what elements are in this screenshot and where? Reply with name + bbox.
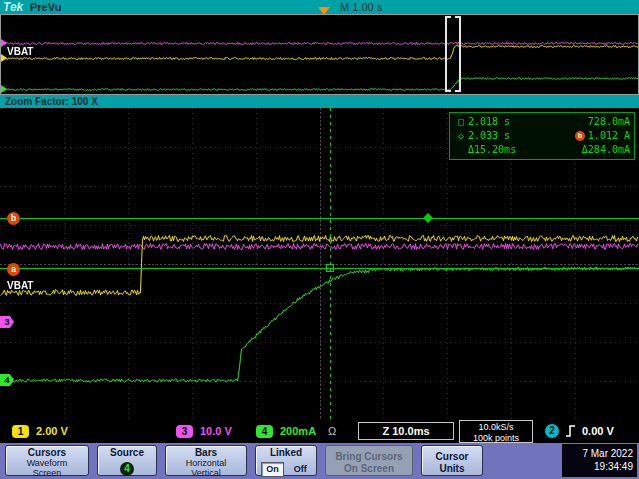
cursor-b-time: 2.033 s xyxy=(468,129,528,143)
cursor-units-button[interactable]: Cursor Units xyxy=(421,445,483,476)
trigger-slope-icon xyxy=(564,424,577,438)
cursors-menu-button[interactable]: Cursors Waveform Screen xyxy=(5,445,89,476)
cursors-option-waveform[interactable]: Waveform xyxy=(6,459,88,468)
ch4-coupling-symbol: Ω xyxy=(328,425,336,438)
cursor-units-line1: Cursor xyxy=(422,452,482,462)
zoom-window-bracket[interactable] xyxy=(445,16,461,92)
bring-cursors-line2: On Screen xyxy=(326,464,412,474)
cursor-b-glyph-icon: ◇ xyxy=(454,129,468,143)
source-menu-title: Source xyxy=(98,448,156,458)
bars-menu-button[interactable]: Bars Horizontal Vertical xyxy=(165,445,247,476)
ch3-badge[interactable]: 3 xyxy=(176,425,193,438)
overview-vbat-label: VBAT xyxy=(7,46,33,57)
cursor-b-readout-row: ◇ 2.033 s b 1.012 A xyxy=(454,129,630,143)
cursor-units-line2: Units xyxy=(422,464,482,474)
linked-menu-title: Linked xyxy=(256,448,316,458)
zoom-timebase-readout: Z 10.0ms xyxy=(358,422,454,440)
bars-menu-title: Bars xyxy=(166,448,246,458)
sample-rate-readout: 10.0kS/s 100k points xyxy=(459,420,533,443)
cursor-a-time: 2.018 s xyxy=(468,115,528,129)
cursor-a-value: 728.0mA xyxy=(588,115,630,129)
linked-option-on[interactable]: On xyxy=(261,462,284,477)
linked-menu-button[interactable]: Linked OnOff xyxy=(255,445,317,476)
sample-rate-value: 10.0kS/s xyxy=(460,422,532,433)
source-channel-badge: 4 xyxy=(120,462,134,476)
measurement-bar: 1 2.00 V 3 10.0 V 4 200mA Ω Z 10.0ms 10.… xyxy=(0,420,639,443)
tek-logo: Tek xyxy=(3,0,23,14)
bottom-menu-bar: Cursors Waveform Screen Source 4 Bars Ho… xyxy=(0,443,639,479)
ch1-badge[interactable]: 1 xyxy=(12,425,29,438)
trigger-level-readout: 0.00 V xyxy=(582,425,614,438)
bars-option-vertical[interactable]: Vertical xyxy=(166,469,246,478)
zoom-factor-label: Zoom Factor: 100 X xyxy=(5,96,98,107)
cursor-a-badge[interactable]: a xyxy=(7,263,20,276)
trigger-source-badge[interactable]: 2 xyxy=(545,424,559,438)
bring-cursors-button: Bring Cursors On Screen xyxy=(325,445,413,476)
cursor-delta-value: Δ284.0mA xyxy=(582,143,630,157)
cursors-option-screen[interactable]: Screen xyxy=(6,469,88,478)
time-label: 19:34:49 xyxy=(562,460,633,473)
cursor-a-readout-row: □ 2.018 s 728.0mA xyxy=(454,115,630,129)
datetime-panel: 7 Mar 2022 19:34:49 xyxy=(562,444,637,477)
bars-option-horizontal[interactable]: Horizontal xyxy=(166,459,246,468)
cursor-a-glyph-icon: □ xyxy=(454,115,468,129)
cursor-readout-box: □ 2.018 s 728.0mA ◇ 2.033 s b 1.012 A Δ1… xyxy=(449,112,635,160)
overview-window: VBAT xyxy=(0,14,639,95)
cursor-delta-time: Δ15.20ms xyxy=(468,143,516,157)
source-menu-button[interactable]: Source 4 xyxy=(97,445,157,476)
ch4-scale-readout: 200mA xyxy=(280,425,316,438)
main-timebase-label: M 1.00 s xyxy=(340,0,382,14)
oscilloscope-screen: Tek PreVu M 1.00 s VBAT Zoom Factor: 100… xyxy=(0,0,639,479)
main-vbat-label: VBAT xyxy=(7,280,33,291)
date-label: 7 Mar 2022 xyxy=(562,447,633,460)
ch1-scale-readout: 2.00 V xyxy=(36,425,68,438)
cursor-b-value: 1.012 A xyxy=(588,129,630,143)
acquisition-mode-label: PreVu xyxy=(30,0,61,14)
cursor-b-marker-icon: b xyxy=(575,131,585,141)
ch3-scale-readout: 10.0 V xyxy=(200,425,232,438)
zoom-factor-bar: Zoom Factor: 100 X xyxy=(0,95,639,108)
cursor-delta-readout-row: Δ15.20ms Δ284.0mA xyxy=(454,143,630,157)
main-waveform-window: b a VBAT 3 4 □ 2.018 s 728.0mA ◇ 2.033 s… xyxy=(0,108,639,420)
bring-cursors-line1: Bring Cursors xyxy=(326,452,412,462)
ch4-overview-marker-icon xyxy=(1,85,7,93)
cursor-b-badge[interactable]: b xyxy=(7,212,20,225)
ch4-badge[interactable]: 4 xyxy=(256,425,273,438)
cursors-menu-title: Cursors xyxy=(6,448,88,458)
linked-option-off[interactable]: Off xyxy=(290,463,311,476)
overview-waveform-canvas xyxy=(1,15,638,94)
